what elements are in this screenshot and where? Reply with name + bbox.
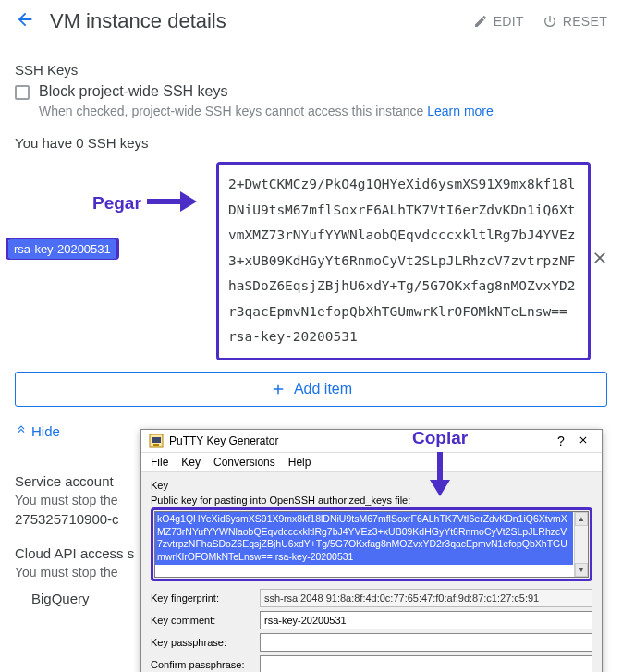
ssh-key-name-chip: rsa-key-20200531 [8,239,116,259]
block-ssh-checkbox[interactable] [15,85,30,100]
putty-help-button[interactable]: ? [550,434,572,448]
svg-rect-4 [153,444,159,446]
putty-passphrase-field[interactable] [260,633,592,652]
putty-passphrase-label: Key passphrase: [151,637,250,648]
scroll-up-icon[interactable]: ▲ [575,512,588,526]
putty-fingerprint-field[interactable] [260,589,592,607]
ssh-keys-count: You have 0 SSH keys [15,135,607,151]
putty-pubkey-textarea[interactable]: kO4g1QHYeXid6ysmXS91X9mx8kf18lDNiU9tsM67… [154,511,589,578]
putty-confirm-field[interactable] [260,655,592,672]
back-arrow-icon[interactable] [15,9,35,33]
ssh-keys-label: SSH Keys [15,62,607,78]
putty-scrollbar[interactable]: ▲ ▼ [574,512,588,577]
pencil-icon [473,14,488,29]
plus-icon [270,381,287,397]
putty-menu-file[interactable]: File [151,456,168,469]
add-item-label: Add item [294,381,352,397]
learn-more-link[interactable]: Learn more [427,104,494,118]
putty-comment-field[interactable] [260,611,592,629]
reset-button[interactable]: RESET [543,14,607,29]
svg-rect-1 [437,452,443,482]
scroll-down-icon[interactable]: ▼ [575,563,588,577]
annotation-paste: Pegar [92,191,197,215]
edit-button[interactable]: EDIT [473,14,524,29]
putty-pubkey-label: Public key for pasting into OpenSSH auth… [151,495,592,506]
power-icon [543,14,557,29]
edit-label: EDIT [494,14,524,29]
putty-title: PuTTY Key Generator [169,434,550,447]
add-item-button[interactable]: Add item [15,372,607,407]
hide-toggle[interactable]: Hide [15,423,60,439]
reset-label: RESET [563,14,607,29]
annotation-copy: Copiar [412,428,468,500]
chevron-up-double-icon [15,424,28,437]
block-ssh-helper: When checked, project-wide SSH keys cann… [39,104,607,118]
putty-close-button[interactable] [572,434,594,448]
hide-label: Hide [31,423,60,439]
putty-fingerprint-label: Key fingerprint: [151,593,250,604]
svg-rect-3 [152,437,161,443]
arrow-down-icon [430,452,450,500]
annotation-paste-label: Pegar [92,193,141,214]
putty-comment-label: Key comment: [151,615,250,626]
ssh-key-textarea[interactable]: 2+DwtCKMCz9/PkO4g1QHYeXid6ysmXS91X9mx8kf… [216,162,591,360]
page-title: VM instance details [50,9,455,33]
putty-window: PuTTY Key Generator ? File Key Conversio… [140,429,603,672]
block-ssh-label: Block project-wide SSH keys [39,83,228,100]
annotation-copy-label: Copiar [412,428,468,448]
putty-menu-help[interactable]: Help [288,456,311,469]
remove-key-icon[interactable] [591,249,609,273]
putty-menu-key[interactable]: Key [181,456,201,469]
svg-rect-0 [147,199,182,204]
putty-key-group: Key [151,480,592,491]
putty-menu-conversions[interactable]: Conversions [213,456,275,469]
putty-app-icon [149,434,164,448]
arrow-right-icon [147,191,197,215]
putty-confirm-label: Confirm passphrase: [151,659,250,670]
